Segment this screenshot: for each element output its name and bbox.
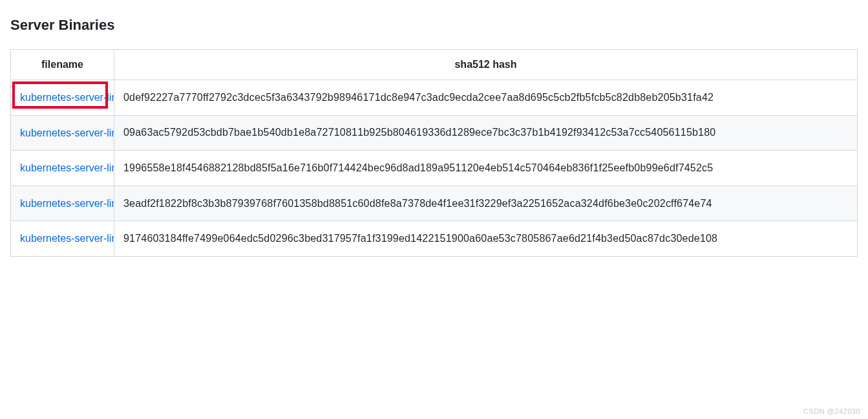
file-link-ppc64le[interactable]: kubernetes-server-linux-ppc64le.tar.gz — [20, 198, 114, 209]
file-link-s390x[interactable]: kubernetes-server-linux-s390x.tar.gz — [20, 233, 114, 244]
table-row: kubernetes-server-linux-s390x.tar.gz 917… — [11, 221, 858, 257]
binaries-table: filename sha512 hash kubernetes-server-l… — [10, 49, 858, 257]
hash-cell: 0def92227a7770ff2792c3dcec5f3a6343792b98… — [114, 80, 858, 116]
filename-cell: kubernetes-server-linux-amd64.tar.gz — [11, 80, 114, 116]
table-row: kubernetes-server-linux-arm.tar.gz 09a63… — [11, 115, 858, 151]
section-title: Server Binaries — [10, 17, 858, 34]
hash-cell: 9174603184ffe7499e064edc5d0296c3bed31795… — [114, 221, 858, 257]
table-header-row: filename sha512 hash — [11, 50, 858, 80]
hash-cell: 3eadf2f1822bf8c3b3b87939768f7601358bd885… — [114, 186, 858, 221]
filename-cell: kubernetes-server-linux-s390x.tar.gz — [11, 221, 114, 257]
file-link-amd64[interactable]: kubernetes-server-linux-amd64.tar.gz — [20, 92, 114, 103]
file-link-arm64[interactable]: kubernetes-server-linux-arm64.tar.gz — [20, 162, 114, 173]
hash-cell: 1996558e18f4546882128bd85f5a16e716b0f714… — [114, 151, 858, 186]
table-row: kubernetes-server-linux-ppc64le.tar.gz 3… — [11, 186, 858, 221]
filename-cell: kubernetes-server-linux-arm64.tar.gz — [11, 151, 114, 186]
hash-cell: 09a63ac5792d53cbdb7bae1b540db1e8a7271081… — [114, 115, 858, 151]
filename-cell: kubernetes-server-linux-ppc64le.tar.gz — [11, 186, 114, 221]
table-row: kubernetes-server-linux-amd64.tar.gz 0de… — [11, 80, 858, 116]
table-row: kubernetes-server-linux-arm64.tar.gz 199… — [11, 151, 858, 186]
filename-cell: kubernetes-server-linux-arm.tar.gz — [11, 115, 114, 151]
col-header-filename: filename — [11, 50, 114, 80]
col-header-hash: sha512 hash — [114, 50, 858, 80]
file-link-arm[interactable]: kubernetes-server-linux-arm.tar.gz — [20, 127, 114, 138]
